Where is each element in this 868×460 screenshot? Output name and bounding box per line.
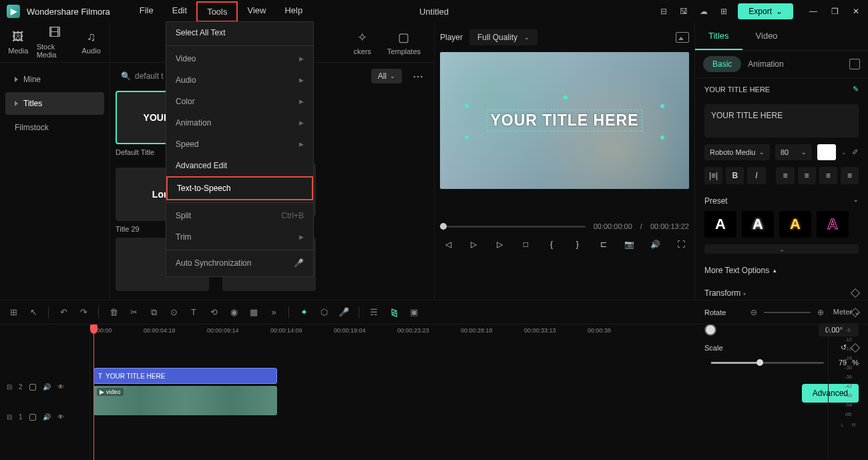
- tab-audio[interactable]: ♫Audio: [73, 23, 110, 62]
- font-family-dropdown[interactable]: Roboto Mediu⌄: [704, 144, 770, 160]
- tools-advanced-edit[interactable]: Advanced Edit: [166, 155, 313, 176]
- lock-icon[interactable]: [29, 414, 36, 421]
- resize-handle[interactable]: [465, 104, 469, 108]
- category-filmstock[interactable]: Filmstock: [5, 116, 104, 139]
- scrub-knob[interactable]: [440, 223, 447, 230]
- title-clip[interactable]: TYOUR TITLE HERE: [93, 368, 277, 384]
- tools-select-all-text[interactable]: Select All Text: [166, 22, 313, 43]
- more-options-button[interactable]: ⋯: [409, 70, 429, 83]
- resize-handle[interactable]: [660, 136, 664, 140]
- filter-all-dropdown[interactable]: All⌄: [371, 69, 402, 83]
- ai-icon[interactable]: ✎AI: [853, 85, 859, 93]
- bold-button[interactable]: B: [726, 167, 744, 184]
- cloud-icon[interactable]: ☁: [698, 5, 710, 17]
- voice-button[interactable]: 🎤: [339, 307, 349, 317]
- resize-handle[interactable]: [660, 104, 664, 108]
- crop-button[interactable]: ⧉: [148, 307, 159, 318]
- category-mine[interactable]: Mine: [5, 68, 104, 91]
- track-icon[interactable]: ⊟: [7, 383, 12, 391]
- redo-button[interactable]: ↷: [78, 307, 89, 317]
- save-icon[interactable]: 🖫: [678, 5, 690, 17]
- tools-video[interactable]: Video▶: [166, 48, 313, 69]
- mark-out-button[interactable]: }: [572, 240, 583, 249]
- maximize-button[interactable]: ❐: [829, 7, 840, 16]
- layout-tool[interactable]: ⊞: [8, 307, 19, 317]
- speed-button[interactable]: ⊙: [168, 307, 179, 317]
- timeline-tracks[interactable]: 00:00 00:00:04:19 00:00:09:14 00:00:14:0…: [90, 324, 828, 460]
- video-clip[interactable]: ▶video: [93, 386, 277, 415]
- text-color-swatch[interactable]: [817, 144, 836, 160]
- display-button[interactable]: ⊏: [598, 240, 609, 249]
- tools-auto-sync[interactable]: Auto Synchronization🎤: [166, 252, 313, 274]
- more-text-options-header[interactable]: More Text Options▴: [695, 259, 868, 282]
- prev-frame-button[interactable]: ◁: [443, 240, 453, 249]
- eye-icon[interactable]: 👁: [57, 383, 64, 391]
- preset-header[interactable]: Preset ⌄: [695, 191, 868, 211]
- menu-file[interactable]: File: [130, 1, 163, 22]
- chevron-down-icon[interactable]: ⌄: [841, 149, 847, 156]
- eye-icon[interactable]: 👁: [57, 413, 64, 421]
- cursor-tool[interactable]: ↖: [28, 307, 39, 317]
- subtab-animation[interactable]: Animation: [748, 59, 783, 69]
- resize-handle[interactable]: [465, 136, 469, 140]
- font-size-dropdown[interactable]: 80⌄: [775, 144, 812, 160]
- preview-canvas[interactable]: YOUR TITLE HERE: [440, 52, 689, 189]
- track-icon[interactable]: ⊟: [7, 413, 12, 421]
- tab-stickers[interactable]: ✧ckers: [354, 30, 371, 55]
- menu-edit[interactable]: Edit: [163, 1, 196, 22]
- tab-templates[interactable]: ▢Templates: [387, 30, 421, 55]
- undo-button[interactable]: ↶: [58, 307, 69, 317]
- tools-split[interactable]: SplitCtrl+B: [166, 205, 313, 226]
- align-center-button[interactable]: ≡: [798, 167, 816, 184]
- more-tools[interactable]: »: [268, 307, 279, 317]
- italic-button[interactable]: I: [747, 167, 765, 184]
- align-left-button[interactable]: ≡: [776, 167, 794, 184]
- subtab-basic[interactable]: Basic: [703, 56, 741, 72]
- apps-icon[interactable]: ⊞: [718, 5, 730, 17]
- close-button[interactable]: ✕: [851, 7, 861, 16]
- tab-media[interactable]: 🖼Media: [0, 23, 37, 62]
- preset-1[interactable]: A: [704, 211, 736, 238]
- minimize-button[interactable]: —: [808, 7, 819, 16]
- align-right-button[interactable]: ≡: [819, 167, 837, 184]
- text-button[interactable]: T: [188, 307, 199, 317]
- eyedropper-icon[interactable]: ✐: [852, 148, 859, 157]
- lock-icon[interactable]: [29, 384, 36, 391]
- mixer-button[interactable]: ☴: [369, 307, 379, 317]
- menu-tools[interactable]: Tools: [196, 1, 238, 22]
- export-button[interactable]: Export⌄: [738, 3, 793, 19]
- title-text-input[interactable]: YOUR TITLE HERE: [704, 104, 859, 138]
- tools-trim[interactable]: Trim▶: [166, 226, 313, 248]
- save-preset-button[interactable]: [849, 59, 860, 69]
- tools-animation[interactable]: Animation▶: [166, 112, 313, 134]
- menu-help[interactable]: Help: [275, 1, 312, 22]
- tools-color[interactable]: Color▶: [166, 91, 313, 112]
- mute-icon[interactable]: 🔊: [43, 413, 51, 421]
- volume-button[interactable]: 🔊: [650, 240, 660, 249]
- keyframe-icon[interactable]: [851, 288, 860, 298]
- effect-button[interactable]: ▦: [248, 307, 259, 317]
- menu-view[interactable]: View: [238, 1, 275, 22]
- preset-expand-button[interactable]: ⌄: [704, 244, 859, 254]
- tab-titles[interactable]: Titles: [695, 23, 742, 50]
- playhead[interactable]: [93, 324, 94, 460]
- scrub-track[interactable]: [440, 226, 586, 228]
- resize-handle[interactable]: [564, 95, 568, 99]
- magnet-button[interactable]: ⧎: [389, 307, 399, 317]
- render-button[interactable]: ▣: [409, 307, 419, 317]
- spacing-button[interactable]: |≡|: [704, 167, 722, 184]
- stop-button[interactable]: □: [520, 240, 531, 249]
- shield-button[interactable]: ⬡: [318, 307, 329, 317]
- category-titles[interactable]: Titles: [5, 92, 104, 115]
- zoom-out-button[interactable]: ⊖: [750, 308, 757, 317]
- color-button[interactable]: ◉: [228, 307, 239, 317]
- snapshot-button[interactable]: [676, 32, 689, 43]
- play-back-button[interactable]: ▷: [469, 240, 479, 249]
- preset-2[interactable]: A: [742, 211, 774, 238]
- tab-video[interactable]: Video: [742, 23, 791, 50]
- tools-speed[interactable]: Speed▶: [166, 134, 313, 155]
- time-ruler[interactable]: 00:00 00:00:04:19 00:00:09:14 00:00:14:0…: [90, 324, 828, 344]
- quality-dropdown[interactable]: Full Quality⌄: [469, 29, 537, 45]
- tools-text-to-speech[interactable]: Text-to-Speech: [166, 176, 313, 200]
- layout-icon[interactable]: ⊟: [658, 5, 670, 17]
